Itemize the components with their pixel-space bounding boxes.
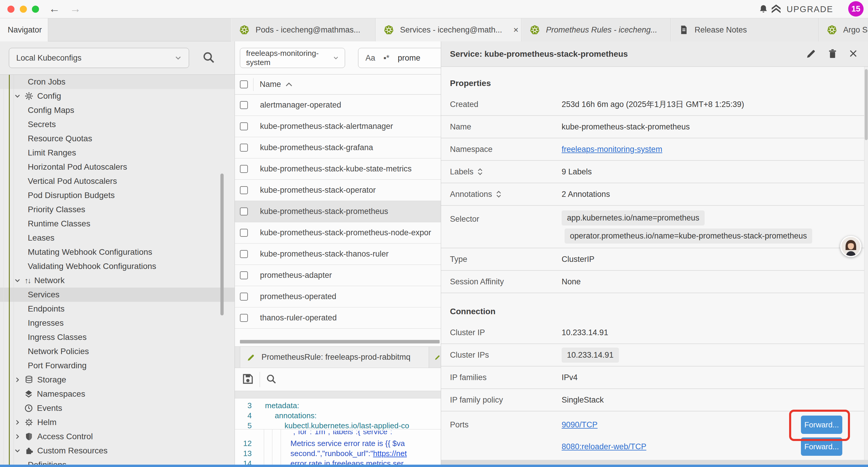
sidebar-item-config[interactable]: Config — [0, 89, 235, 103]
match-case-icon[interactable]: Aa — [366, 54, 375, 63]
save-icon[interactable] — [241, 372, 254, 387]
yaml-editor[interactable]: 3metadata: 4annotations: 5kubectl.kubern… — [235, 399, 441, 465]
sidebar-item-vertical-pod-autoscalers[interactable]: Vertical Pod Autoscalers — [0, 174, 235, 188]
row-checkbox[interactable] — [240, 101, 248, 109]
row-checkbox[interactable] — [240, 314, 248, 322]
expand-collapse-icon[interactable] — [496, 191, 501, 198]
sidebar-item-access-control[interactable]: Access Control — [0, 430, 235, 444]
sidebar-item-ingresses[interactable]: Ingresses — [0, 316, 235, 330]
tab-argo[interactable]: Argo Se — [819, 18, 868, 41]
tab-services[interactable]: Services - icecheng@math... × — [375, 18, 522, 41]
editor-scroll-track[interactable] — [235, 391, 441, 399]
code-line: 3metadata: — [235, 401, 441, 411]
sidebar-item-limit-ranges[interactable]: Limit Ranges — [0, 146, 235, 160]
column-header-name[interactable]: Name — [260, 80, 292, 89]
sidebar-item-definitions[interactable]: Definitions — [0, 458, 235, 465]
forward-arrow-icon[interactable]: → — [70, 2, 81, 15]
table-row[interactable]: thanos-ruler-operated — [235, 308, 441, 329]
detail-scrollbar-track[interactable] — [864, 67, 868, 460]
close-icon[interactable] — [848, 49, 858, 60]
sidebar-item-pod-disruption-budgets[interactable]: Pod Disruption Budgets — [0, 188, 235, 202]
row-checkbox[interactable] — [240, 144, 248, 152]
sidebar-item-storage[interactable]: Storage — [0, 373, 235, 387]
sidebar-item-namespaces[interactable]: Namespaces — [0, 387, 235, 401]
sidebar-item-ingress-classes[interactable]: Ingress Classes — [0, 330, 235, 344]
sidebar-item-leases[interactable]: Leases — [0, 231, 235, 245]
detail-horizontal-scroll-track[interactable] — [441, 460, 868, 465]
row-checkbox[interactable] — [240, 122, 248, 130]
table-row[interactable]: kube-prometheus-stack-alertmanager — [235, 116, 441, 137]
table-row[interactable]: prometheus-adapter — [235, 265, 441, 286]
connection-row-ports: Ports 9090/TCP 8080:reloader-web/TCP For… — [441, 411, 868, 460]
sidebar-item-port-forwarding[interactable]: Port Forwarding — [0, 358, 235, 373]
close-window-light[interactable] — [7, 6, 14, 13]
row-checkbox[interactable] — [240, 207, 248, 215]
expand-collapse-icon[interactable] — [478, 168, 483, 176]
table-row[interactable]: kube-prometheus-stack-prometheus-node-ex… — [235, 222, 441, 243]
tab-pods[interactable]: Pods - icecheng@mathmas... — [231, 18, 375, 41]
upgrade-button[interactable]: UPGRADE — [770, 0, 833, 18]
sidebar-item-endpoints[interactable]: Endpoints — [0, 302, 235, 316]
avatar[interactable] — [840, 236, 862, 257]
sidebar-item-mutating-webhook-configurations[interactable]: Mutating Webhook Configurations — [0, 245, 235, 259]
sidebar-item-priority-classes[interactable]: Priority Classes — [0, 202, 235, 217]
sidebar-item-horizontal-pod-autoscalers[interactable]: Horizontal Pod Autoscalers — [0, 160, 235, 174]
sidebar-item-helm[interactable]: Helm — [0, 415, 235, 430]
editor-search-icon[interactable] — [265, 373, 277, 386]
table-row[interactable]: prometheus-operated — [235, 286, 441, 308]
row-checkbox[interactable] — [240, 186, 248, 194]
tab-hidden-editor[interactable] — [430, 347, 441, 368]
sidebar-item-services[interactable]: Services — [0, 288, 235, 302]
row-checkbox[interactable] — [240, 229, 248, 237]
sidebar-item-custom-resources[interactable]: Custom Resources — [0, 444, 235, 458]
chevron-down-icon — [14, 93, 21, 99]
tab-prometheusrule-editor[interactable]: PrometheusRule: freeleaps-prod-rabbitmq — [240, 347, 429, 368]
minimize-window-light[interactable] — [20, 6, 27, 13]
kubeconfig-select[interactable]: Local Kubeconfigs — [9, 48, 189, 68]
sidebar-item-resource-quotas[interactable]: Resource Quotas — [0, 132, 235, 146]
row-checkbox[interactable] — [240, 293, 248, 300]
port-link-9090[interactable]: 9090/TCP — [562, 420, 598, 430]
back-arrow-icon[interactable]: ← — [49, 2, 60, 15]
detail-scrollbar-thumb[interactable] — [865, 69, 868, 140]
table-row[interactable]: kube-prometheus-stack-grafana — [235, 137, 441, 158]
sidebar-item-cron-jobs[interactable]: Cron Jobs — [0, 75, 235, 89]
runbook-url-link[interactable]: https://net — [373, 449, 407, 458]
select-all-checkbox[interactable] — [240, 80, 248, 88]
port-link-8080[interactable]: 8080:reloader-web/TCP — [562, 442, 646, 451]
sidebar-item-network-policies[interactable]: Network Policies — [0, 344, 235, 358]
layers-icon — [24, 389, 33, 399]
notifications-bell-icon[interactable] — [758, 4, 769, 16]
delete-trash-icon[interactable] — [827, 48, 838, 60]
search-icon[interactable] — [202, 50, 216, 66]
notification-count-badge[interactable]: 15 — [848, 1, 864, 17]
table-row[interactable]: alertmanager-operated — [235, 95, 441, 116]
edit-pencil-icon[interactable] — [806, 48, 817, 60]
table-row[interactable]: kube-prometheus-stack-kube-state-metrics — [235, 158, 441, 180]
table-search-input[interactable]: Aa ▪* prome — [358, 48, 441, 68]
row-checkbox[interactable] — [240, 250, 248, 258]
tab-release-notes[interactable]: Release Notes — [671, 18, 819, 41]
row-checkbox[interactable] — [240, 165, 248, 173]
table-row[interactable]: kube-prometheus-stack-operator — [235, 180, 441, 201]
sidebar-item-events[interactable]: Events — [0, 401, 235, 415]
namespace-link[interactable]: freeleaps-monitoring-system — [562, 145, 662, 154]
sidebar-item-network[interactable]: ↑↓ Network — [0, 273, 235, 288]
sidebar-item-secrets[interactable]: Secrets — [0, 117, 235, 132]
sidebar-scrollbar-thumb[interactable] — [220, 174, 224, 315]
horizontal-scrollbar-thumb[interactable] — [240, 340, 440, 344]
sidebar-item-runtime-classes[interactable]: Runtime Classes — [0, 217, 235, 231]
resource-tree: Cron Jobs Config Config Maps Secrets Res… — [0, 75, 235, 465]
tab-prometheus-rules[interactable]: Prometheus Rules - icecheng... — [522, 18, 671, 41]
sidebar-item-config-maps[interactable]: Config Maps — [0, 103, 235, 117]
namespace-select[interactable]: freeleaps-monitoring-system — [240, 48, 345, 68]
regex-icon[interactable]: ▪* — [383, 54, 390, 63]
maximize-window-light[interactable] — [32, 6, 39, 13]
sidebar-item-validating-webhook-configurations[interactable]: Validating Webhook Configurations — [0, 259, 235, 273]
close-tab-icon[interactable]: × — [514, 25, 519, 35]
row-checkbox[interactable] — [240, 271, 248, 279]
table-row[interactable]: kube-prometheus-stack-thanos-ruler — [235, 243, 441, 265]
tab-navigator[interactable]: Navigator — [0, 18, 48, 41]
indent-guide — [281, 429, 281, 465]
table-row-selected[interactable]: kube-prometheus-stack-prometheus — [235, 201, 441, 222]
